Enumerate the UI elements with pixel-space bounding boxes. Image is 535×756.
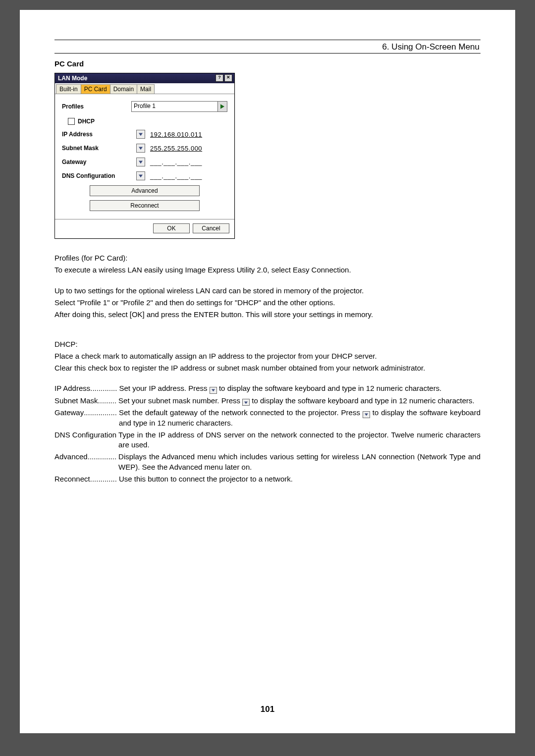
dns-row: DNS Configuration ___.___.___.___ (62, 171, 227, 180)
def-desc: Type in the IP address of DNS server on … (116, 430, 481, 450)
chapter-header: 6. Using On-Screen Menu (54, 40, 481, 53)
def-term: Subnet Mask (54, 396, 98, 406)
def-ip-address: IP Address ............. Set your IP add… (54, 383, 481, 394)
keyboard-icon[interactable] (136, 144, 145, 153)
def-dots: .............. (88, 452, 116, 472)
def-desc: Set your IP address. Press to display th… (117, 383, 481, 394)
keyboard-icon (363, 411, 370, 418)
para-profiles-heading: Profiles (for PC Card): (54, 253, 481, 263)
help-button[interactable]: ? (215, 74, 223, 82)
dialog-titlebar: LAN Mode ? ✕ (55, 73, 234, 83)
def-term: Reconnect (54, 474, 90, 484)
def-term: IP Address (54, 383, 90, 394)
subnet-value[interactable]: 255.255.255.000 (150, 145, 202, 152)
document-page: 6. Using On-Screen Menu PC Card LAN Mode… (20, 10, 515, 733)
def-desc: Set the default gateway of the network c… (117, 408, 481, 428)
keyboard-icon[interactable] (136, 130, 145, 139)
dialog-footer: OK Cancel (55, 219, 234, 238)
definitions-list: IP Address ............. Set your IP add… (54, 383, 481, 484)
tab-pccard[interactable]: PC Card (81, 84, 110, 94)
tab-builtin[interactable]: Built-in (56, 84, 81, 94)
dns-label: DNS Configuration (62, 172, 136, 179)
def-dns-configuration: DNS Configuration Type in the IP address… (54, 430, 481, 450)
keyboard-icon[interactable] (136, 158, 145, 166)
tab-mail[interactable]: Mail (137, 84, 155, 94)
def-reconnect: Reconnect ............. Use this button … (54, 474, 481, 484)
advanced-button[interactable]: Advanced (90, 185, 200, 196)
para-easy-connection: To execute a wireless LAN easily using I… (54, 265, 481, 275)
para-dhcp-check: Place a check mark to automatically assi… (54, 351, 481, 361)
def-dots: ......... (98, 396, 117, 406)
header-rule-bottom (54, 53, 481, 54)
ip-address-row: IP Address 192.168.010.011 (62, 130, 227, 139)
para-dhcp-heading: DHCP: (54, 339, 481, 349)
page-number: 101 (20, 704, 515, 714)
svg-marker-1 (139, 133, 143, 136)
subnet-label: Subnet Mask (62, 145, 136, 152)
body-text: Profiles (for PC Card): To execute a wir… (54, 253, 481, 373)
dhcp-row: DHCP (62, 118, 227, 125)
play-icon (217, 102, 227, 111)
svg-marker-7 (365, 413, 368, 416)
gateway-value[interactable]: ___.___.___.___ (150, 159, 202, 166)
para-select-ok: After doing this, select [OK] and press … (54, 309, 481, 320)
def-advanced: Advanced .............. Displays the Adv… (54, 452, 481, 472)
ok-button[interactable]: OK (153, 223, 190, 233)
def-desc: Use this button to connect the projector… (117, 474, 481, 484)
def-desc: Set your subnet mask number. Press to di… (116, 396, 481, 406)
dhcp-checkbox[interactable] (68, 118, 75, 125)
profiles-row: Profiles Profile 1 (62, 101, 227, 112)
dhcp-label: DHCP (78, 118, 95, 125)
keyboard-icon (210, 387, 217, 394)
para-dhcp-clear: Clear this check box to register the IP … (54, 363, 481, 373)
def-term: DNS Configuration (54, 430, 116, 450)
profiles-value: Profile 1 (132, 102, 217, 111)
ip-address-value[interactable]: 192.168.010.011 (150, 131, 202, 138)
svg-marker-3 (139, 161, 143, 164)
dialog-body: Profiles Profile 1 DHCP IP Address 192.1… (55, 94, 234, 219)
dialog-title: LAN Mode (58, 75, 87, 82)
def-term: Advanced (54, 452, 88, 472)
lan-mode-dialog: LAN Mode ? ✕ Built-in PC Card Domain Mai… (54, 73, 235, 239)
para-select-profile: Select "Profile 1" or "Profile 2" and th… (54, 297, 481, 308)
svg-marker-5 (212, 389, 215, 391)
def-dots: ................ (84, 408, 117, 428)
def-dots: ............. (90, 474, 117, 484)
keyboard-icon[interactable] (136, 171, 145, 180)
keyboard-icon (242, 399, 250, 406)
svg-marker-6 (244, 401, 248, 404)
def-subnet-mask: Subnet Mask ......... Set your subnet ma… (54, 396, 481, 406)
def-gateway: Gateway ................ Set the default… (54, 408, 481, 428)
svg-marker-2 (139, 147, 143, 150)
gateway-row: Gateway ___.___.___.___ (62, 158, 227, 166)
subnet-row: Subnet Mask 255.255.255.000 (62, 144, 227, 153)
tab-domain[interactable]: Domain (110, 84, 137, 94)
svg-marker-4 (139, 175, 143, 178)
profiles-label: Profiles (62, 103, 131, 110)
dns-value[interactable]: ___.___.___.___ (150, 172, 202, 180)
reconnect-button[interactable]: Reconnect (90, 200, 200, 211)
section-title: PC Card (54, 59, 481, 68)
titlebar-buttons: ? ✕ (215, 74, 232, 82)
gateway-label: Gateway (62, 159, 136, 165)
ip-address-label: IP Address (62, 131, 136, 138)
profiles-dropdown[interactable]: Profile 1 (131, 101, 227, 112)
cancel-button[interactable]: Cancel (193, 223, 229, 233)
close-button[interactable]: ✕ (224, 74, 232, 82)
para-two-settings: Up to two settings for the optional wire… (54, 285, 481, 296)
svg-marker-0 (220, 104, 224, 109)
def-term: Gateway (54, 408, 84, 428)
tab-strip: Built-in PC Card Domain Mail (55, 83, 234, 94)
def-dots: ............. (90, 383, 117, 394)
def-desc: Displays the Advanced menu which include… (116, 452, 481, 472)
